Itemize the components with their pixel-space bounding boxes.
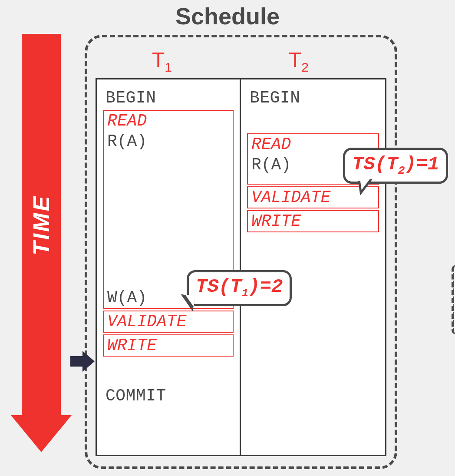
- callout-ts-t1: TS(T1)=2: [187, 270, 292, 306]
- callout-ts-t1-suffix: )=2: [248, 276, 283, 298]
- column-header-t2-sub: 2: [301, 60, 309, 74]
- t1-gap: [103, 358, 234, 383]
- callout-tail-icon: [360, 178, 372, 190]
- t1-read-op: R(A): [107, 132, 229, 151]
- t1-begin: BEGIN: [103, 86, 234, 109]
- callout-ts-t2-suffix: )=1: [405, 153, 439, 175]
- time-arrow: TIME: [13, 34, 69, 451]
- column-header-t1: T1: [152, 48, 172, 75]
- callout-ts-t1-sub: 1: [242, 287, 249, 300]
- t1-read-label: READ: [107, 112, 229, 130]
- column-header-t1-name: T: [152, 48, 165, 71]
- schedule-column-t2: BEGIN READ R(A) VALIDATE WRITE: [241, 79, 385, 455]
- t2-gap1: [247, 110, 379, 132]
- callout-ts-t2: TS(T2)=1: [343, 148, 448, 184]
- t1-write-phase: WRITE: [103, 334, 234, 357]
- column-header-t2: T2: [289, 48, 309, 75]
- column-header-t1-sub: 1: [165, 60, 172, 74]
- schedule-title: Schedule: [175, 3, 280, 30]
- t1-validate-phase: VALIDATE: [103, 311, 234, 333]
- callout-ts-t2-sub: 2: [398, 164, 405, 177]
- time-arrow-shaft: TIME: [22, 34, 61, 416]
- callout-ts-t1-prefix: TS(T: [196, 276, 242, 298]
- callout-tail-icon: [183, 294, 195, 307]
- current-step-arrow-icon: [70, 352, 96, 371]
- t2-begin: BEGIN: [247, 86, 379, 109]
- t1-commit: COMMIT: [103, 384, 234, 407]
- time-label: TIME: [28, 195, 54, 255]
- callout-ts-t2-prefix: TS(T: [352, 153, 398, 175]
- schedule-column-t1: BEGIN READ R(A) W(A) VALIDATE WRITE COMM…: [97, 79, 241, 455]
- t2-write-phase: WRITE: [247, 210, 379, 232]
- column-header-t2-name: T: [289, 48, 301, 71]
- time-arrow-head-icon: [11, 415, 72, 452]
- schedule-table: BEGIN READ R(A) W(A) VALIDATE WRITE COMM…: [96, 78, 386, 456]
- right-edge-fragment: [452, 265, 455, 334]
